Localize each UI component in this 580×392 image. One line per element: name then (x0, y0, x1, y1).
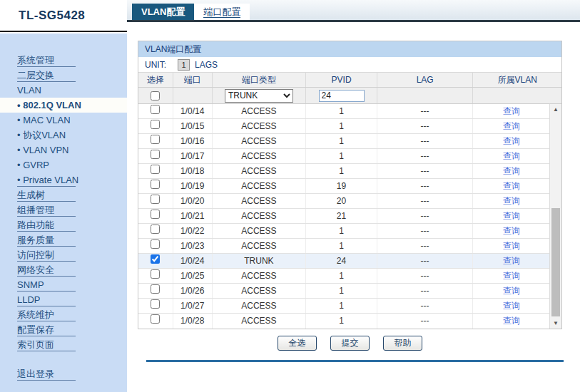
scroll-up-icon[interactable]: ▲ (550, 104, 561, 115)
unit-1-button[interactable]: 1 (178, 59, 190, 71)
select-all-checkbox[interactable] (151, 91, 160, 100)
vlan-query-link[interactable]: 查询 (503, 121, 520, 131)
sidebar-item[interactable]: SNMP (0, 277, 127, 292)
sidebar-item-label: SNMP (17, 279, 44, 290)
sidebar-item-label: VLAN (17, 85, 41, 96)
sidebar-item[interactable]: VLAN VPN (0, 143, 127, 158)
port-type-cell: ACCESS (212, 104, 306, 118)
lag-cell: --- (377, 194, 473, 208)
row-checkbox[interactable] (151, 254, 160, 264)
pvid-cell: 1 (305, 269, 377, 283)
sidebar-item[interactable]: Private VLAN (0, 172, 127, 187)
scrollbar[interactable]: ▲ ▼ (549, 104, 561, 329)
pvid-input[interactable] (319, 90, 365, 102)
sidebar-item-label: LLDP (17, 294, 41, 305)
row-checkbox[interactable] (151, 284, 160, 294)
col-header-pvid: PVID (305, 73, 377, 87)
port-type-cell: ACCESS (212, 149, 306, 163)
port-cell: 1/0/20 (173, 194, 212, 208)
sidebar-item[interactable]: 二层交换 (0, 68, 127, 83)
help-button[interactable]: 帮助 (383, 336, 422, 351)
bulk-lag-cell (377, 88, 473, 103)
row-checkbox[interactable] (151, 150, 160, 159)
table-row: 1/0/25 ACCESS 1 --- 查询 (138, 269, 549, 284)
sidebar-item-label: 索引页面 (17, 339, 54, 350)
row-checkbox[interactable] (151, 210, 160, 219)
pvid-cell: 1 (305, 119, 377, 133)
vlan-query-link[interactable]: 查询 (503, 106, 520, 116)
sidebar-item[interactable]: 网络安全 (0, 262, 127, 277)
sidebar-item[interactable]: 系统维护 (0, 307, 127, 322)
pvid-cell: 1 (305, 314, 377, 329)
row-checkbox[interactable] (151, 269, 160, 279)
sidebar-item[interactable]: 退出登录 (0, 366, 127, 381)
vlan-query-link[interactable]: 查询 (503, 211, 520, 221)
port-cell: 1/0/28 (173, 314, 212, 329)
pvid-cell: 1 (305, 134, 377, 148)
port-cell: 1/0/27 (173, 299, 212, 313)
vlan-query-link[interactable]: 查询 (503, 301, 520, 311)
vlan-query-link[interactable]: 查询 (503, 151, 520, 161)
sidebar-item[interactable]: 802.1Q VLAN (0, 98, 127, 113)
table-row: 1/0/24 TRUNK 24 --- 查询 (138, 254, 549, 269)
sidebar-item[interactable]: 服务质量 (0, 232, 127, 247)
port-type-cell: ACCESS (212, 239, 306, 253)
lag-cell: --- (377, 179, 473, 193)
row-checkbox[interactable] (151, 165, 160, 174)
main-content: VLAN端口配置 UNIT: 1 LAGS 选择 端口 端口类型 PVID LA… (127, 24, 580, 392)
sidebar-item[interactable]: 配置保存 (0, 322, 127, 337)
vlan-query-link[interactable]: 查询 (503, 136, 520, 146)
sidebar-item[interactable]: 索引页面 (0, 337, 127, 352)
row-checkbox[interactable] (151, 239, 160, 249)
port-cell: 1/0/23 (173, 239, 212, 253)
row-checkbox[interactable] (151, 105, 160, 114)
vlan-query-link[interactable]: 查询 (503, 316, 520, 326)
lag-cell: --- (377, 239, 473, 253)
sidebar-item[interactable]: 组播管理 (0, 202, 127, 217)
row-checkbox[interactable] (151, 195, 160, 204)
vlan-query-link[interactable]: 查询 (503, 271, 520, 281)
sidebar-item-label: Private VLAN (23, 175, 78, 185)
port-type-select[interactable]: TRUNK (225, 89, 293, 103)
sidebar-item-label: 二层交换 (17, 70, 54, 81)
scrollbar-thumb[interactable] (551, 208, 560, 316)
row-checkbox[interactable] (151, 120, 160, 129)
tab-port-config[interactable]: 端口配置 (194, 4, 250, 20)
sidebar-item[interactable]: 访问控制 (0, 247, 127, 262)
port-type-cell: TRUNK (212, 254, 306, 268)
sidebar-item[interactable]: 系统管理 (0, 53, 127, 68)
vlan-query-link[interactable]: 查询 (503, 226, 520, 236)
lag-cell: --- (377, 104, 473, 118)
vlan-query-link[interactable]: 查询 (503, 181, 520, 191)
port-cell: 1/0/21 (173, 209, 212, 223)
sidebar-item-label: 生成树 (17, 190, 45, 200)
row-checkbox[interactable] (151, 314, 160, 324)
vlan-query-link[interactable]: 查询 (503, 166, 520, 176)
row-checkbox[interactable] (151, 225, 160, 234)
sidebar-item[interactable]: 路由功能 (0, 217, 127, 232)
vlan-query-link[interactable]: 查询 (503, 286, 520, 296)
lag-cell: --- (377, 149, 473, 163)
sidebar-item[interactable]: GVRP (0, 158, 127, 172)
vlan-query-link[interactable]: 查询 (503, 256, 520, 266)
lag-cell: --- (377, 299, 473, 313)
row-checkbox[interactable] (151, 299, 160, 309)
row-checkbox[interactable] (151, 180, 160, 189)
sidebar-item[interactable]: 生成树 (0, 187, 127, 202)
sidebar-item[interactable]: LLDP (0, 292, 127, 307)
scroll-down-icon[interactable]: ▼ (550, 318, 561, 329)
port-type-cell: ACCESS (212, 119, 306, 133)
table-row: 1/0/16 ACCESS 1 --- 查询 (138, 134, 549, 149)
port-type-cell: ACCESS (212, 194, 306, 208)
select-all-button[interactable]: 全选 (278, 336, 317, 351)
row-checkbox[interactable] (151, 135, 160, 144)
port-cell: 1/0/16 (173, 134, 212, 148)
submit-button[interactable]: 提交 (330, 336, 370, 351)
vlan-port-config-table: VLAN端口配置 UNIT: 1 LAGS 选择 端口 端口类型 PVID LA… (138, 41, 562, 329)
sidebar-item[interactable]: VLAN (0, 83, 127, 98)
vlan-query-link[interactable]: 查询 (503, 241, 520, 251)
tab-vlan-config[interactable]: VLAN配置 (132, 4, 194, 20)
vlan-query-link[interactable]: 查询 (503, 196, 520, 206)
sidebar-item[interactable]: MAC VLAN (0, 113, 127, 128)
sidebar-item[interactable]: 协议VLAN (0, 128, 127, 143)
